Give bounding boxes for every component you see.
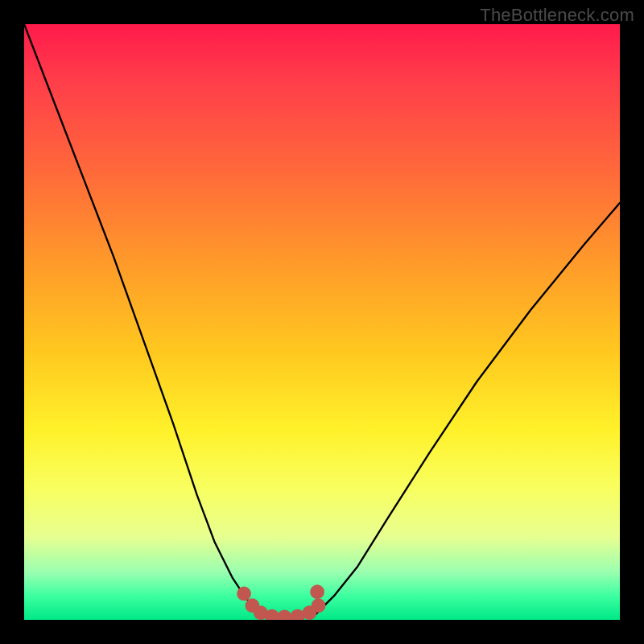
highlight-dot [278, 609, 292, 620]
stage: TheBottleneck.com [0, 0, 644, 644]
dots-svg [24, 24, 620, 620]
highlight-dot [312, 598, 326, 613]
watermark-text: TheBottleneck.com [480, 5, 634, 26]
highlight-dot [237, 587, 251, 601]
highlight-dot [310, 584, 324, 599]
plot-area [24, 24, 620, 620]
highlight-dots-group [237, 584, 325, 620]
